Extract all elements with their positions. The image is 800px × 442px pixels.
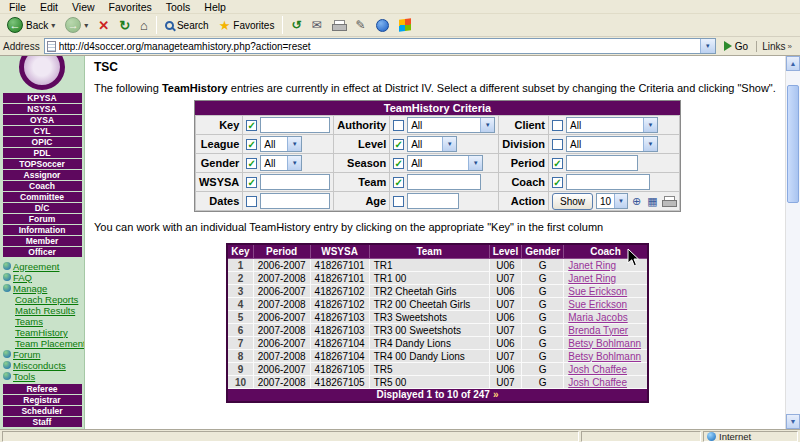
key-link[interactable]: 7: [238, 338, 244, 349]
sidebar-link-agreement[interactable]: Agreement: [3, 261, 84, 271]
level-select[interactable]: All▼: [407, 136, 457, 152]
coach-input[interactable]: [566, 174, 650, 190]
next-page-icon[interactable]: »: [493, 389, 499, 400]
back-button[interactable]: ← Back ▾: [2, 15, 60, 36]
sidebar-item-cyl[interactable]: CYL: [3, 126, 82, 136]
address-dropdown-button[interactable]: ▾: [700, 39, 715, 53]
sidebar-item-registrar[interactable]: Registrar: [3, 395, 82, 405]
season-select[interactable]: All▼: [407, 155, 483, 171]
menu-help[interactable]: Help: [197, 1, 233, 13]
coach-checkbox[interactable]: ✓: [552, 177, 563, 188]
chevron-down-icon[interactable]: ▾: [84, 21, 88, 30]
add-icon[interactable]: ⊕: [629, 195, 644, 208]
scrollbar-thumb[interactable]: [787, 85, 799, 203]
sidebar-item-nsysa[interactable]: NSYSA: [3, 104, 82, 114]
coach-link[interactable]: Josh Chaffee: [568, 377, 627, 388]
sidebar-link-match-results[interactable]: Match Results: [3, 305, 84, 315]
sidebar-item-staff[interactable]: Staff: [3, 417, 82, 427]
mail-button[interactable]: ✉: [306, 15, 326, 36]
menu-favorites[interactable]: Favorites: [102, 1, 159, 13]
sidebar-link-misconducts[interactable]: Misconducts: [3, 360, 84, 370]
menu-file[interactable]: File: [2, 1, 33, 13]
scrollbar-track[interactable]: [786, 71, 800, 414]
key-link[interactable]: 1: [238, 260, 244, 271]
sidebar-item-kpysa[interactable]: KPYSA: [3, 93, 82, 103]
key-checkbox[interactable]: ✓: [246, 120, 257, 131]
print-button[interactable]: [327, 15, 351, 36]
sidebar-item-coach[interactable]: Coach: [3, 181, 82, 191]
search-button[interactable]: Search: [160, 15, 214, 36]
key-link[interactable]: 3: [238, 286, 244, 297]
division-select[interactable]: All▼: [566, 136, 658, 152]
level-checkbox[interactable]: ✓: [393, 139, 404, 150]
windows-button[interactable]: [394, 15, 416, 36]
coach-link[interactable]: Betsy Bohlmann: [568, 351, 641, 362]
sidebar-item-referee[interactable]: Referee: [3, 384, 82, 394]
sidebar-link-teams[interactable]: Teams: [3, 316, 84, 326]
age-checkbox[interactable]: [393, 196, 404, 207]
page-size-select[interactable]: 10▼: [596, 193, 628, 209]
vertical-scrollbar[interactable]: ▲ ▼: [785, 56, 800, 429]
sidebar-item-information[interactable]: Information: [3, 225, 82, 235]
links-button[interactable]: Links »: [756, 41, 797, 52]
sidebar-item-officer[interactable]: Officer: [3, 247, 82, 257]
sidebar-item-assignor[interactable]: Assignor: [3, 170, 82, 180]
coach-link[interactable]: Maria Jacobs: [568, 312, 627, 323]
coach-link[interactable]: Sue Erickson: [568, 299, 627, 310]
menu-tools[interactable]: Tools: [159, 1, 198, 13]
sidebar-link-tools[interactable]: Tools: [3, 371, 84, 381]
period-input[interactable]: [566, 155, 638, 171]
edit-button[interactable]: ✎: [351, 15, 371, 36]
key-link[interactable]: 9: [238, 364, 244, 375]
key-link[interactable]: 5: [238, 312, 244, 323]
show-button[interactable]: Show: [552, 193, 593, 210]
coach-link[interactable]: Brenda Tyner: [568, 325, 628, 336]
division-checkbox[interactable]: [552, 139, 563, 150]
sidebar-item-forum[interactable]: Forum: [3, 214, 82, 224]
sidebar-item-pdl[interactable]: PDL: [3, 148, 82, 158]
stop-button[interactable]: ✕: [93, 15, 114, 36]
sidebar-link-team-placement[interactable]: Team Placement: [3, 338, 84, 348]
wsysa-checkbox[interactable]: ✓: [246, 177, 257, 188]
favorites-button[interactable]: ★ Favorites: [214, 15, 280, 36]
client-select[interactable]: All▼: [566, 117, 658, 133]
messenger-button[interactable]: [371, 15, 394, 36]
gender-checkbox[interactable]: ✓: [246, 158, 257, 169]
sidebar-item-d-c[interactable]: D/C: [3, 203, 82, 213]
address-field[interactable]: ▾: [44, 38, 716, 54]
go-button[interactable]: Go: [720, 41, 752, 52]
authority-checkbox[interactable]: [393, 120, 404, 131]
sidebar-link-manage[interactable]: Manage: [3, 283, 84, 293]
key-link[interactable]: 2: [238, 273, 244, 284]
sidebar-link-forum[interactable]: Forum: [3, 349, 84, 359]
gender-select[interactable]: All▼: [260, 155, 302, 171]
period-checkbox[interactable]: ✓: [552, 158, 563, 169]
team-checkbox[interactable]: ✓: [393, 177, 404, 188]
age-input[interactable]: [407, 193, 459, 209]
spreadsheet-icon[interactable]: ▦: [645, 195, 660, 208]
team-input[interactable]: [407, 174, 481, 190]
key-link[interactable]: 8: [238, 351, 244, 362]
coach-link[interactable]: Betsy Bohlmann: [568, 338, 641, 349]
coach-link[interactable]: Sue Erickson: [568, 286, 627, 297]
season-checkbox[interactable]: ✓: [393, 158, 404, 169]
scroll-down-button[interactable]: ▼: [786, 414, 800, 429]
refresh-button[interactable]: ↻: [114, 15, 135, 36]
league-checkbox[interactable]: ✓: [246, 139, 257, 150]
print-icon[interactable]: [661, 195, 676, 208]
key-link[interactable]: 6: [238, 325, 244, 336]
sidebar-item-member[interactable]: Member: [3, 236, 82, 246]
sidebar-item-committee[interactable]: Committee: [3, 192, 82, 202]
sidebar-item-oysa[interactable]: OYSA: [3, 115, 82, 125]
client-checkbox[interactable]: [552, 120, 563, 131]
key-input[interactable]: [260, 117, 330, 133]
sidebar-link-faq[interactable]: FAQ: [3, 272, 84, 282]
sidebar-item-opic[interactable]: OPIC: [3, 137, 82, 147]
chevron-down-icon[interactable]: ▾: [51, 21, 55, 30]
key-link[interactable]: 4: [238, 299, 244, 310]
wsysa-input[interactable]: [260, 174, 330, 190]
dates-input[interactable]: [260, 193, 330, 209]
scroll-up-button[interactable]: ▲: [786, 56, 800, 71]
key-link[interactable]: 10: [235, 377, 246, 388]
authority-select[interactable]: All▼: [407, 117, 495, 133]
